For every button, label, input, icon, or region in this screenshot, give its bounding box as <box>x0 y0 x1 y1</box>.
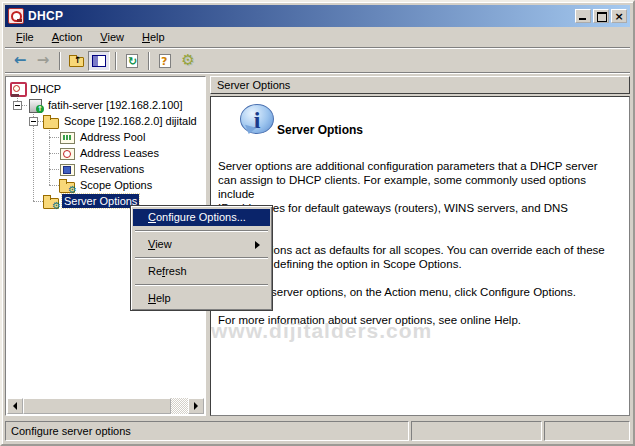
results-pane-content: Server Options Server options are additi… <box>210 96 630 416</box>
menu-item-refresh[interactable]: Refresh <box>133 263 270 280</box>
forward-icon[interactable]: → <box>32 51 54 71</box>
options-folder-icon: ⚙ <box>59 177 75 193</box>
dhcp-app-icon <box>8 8 24 24</box>
description-paragraph: To set the server options, on the Action… <box>218 285 623 299</box>
folder-icon <box>43 113 59 129</box>
collapse-icon[interactable] <box>13 101 22 110</box>
menu-item-view[interactable]: View <box>133 236 270 253</box>
toolbar-separator <box>59 52 61 70</box>
menu-action[interactable]: Action <box>44 28 91 46</box>
dhcp-console-window: DHCP × File Action View Help ← → ↑ ↻ ? ⚙ <box>0 0 635 446</box>
tree-item-dhcp-root[interactable]: DHCP <box>7 81 204 97</box>
info-icon <box>240 104 274 134</box>
scrollbar-track[interactable] <box>171 398 188 414</box>
tree-item-address-leases[interactable]: Address Leases <box>7 145 204 161</box>
tree-item-reservations[interactable]: Reservations <box>7 161 204 177</box>
menu-file[interactable]: File <box>8 28 42 46</box>
collapse-icon[interactable] <box>29 117 38 126</box>
menu-item-help[interactable]: Help <box>133 290 270 307</box>
minimize-icon[interactable] <box>575 9 591 23</box>
scrollbar-thumb[interactable] <box>23 398 171 414</box>
menu-item-configure-options[interactable]: Configure Options... <box>133 209 270 226</box>
status-text: Configure server options <box>5 421 409 441</box>
results-pane-header: Server Options <box>210 76 630 94</box>
menu-view[interactable]: View <box>92 28 132 46</box>
horizontal-scrollbar[interactable] <box>7 398 204 414</box>
main-area: DHCP fatih-server [192.168.2.100] Scope … <box>5 74 630 416</box>
toolbar: ← → ↑ ↻ ? ⚙ <box>5 49 630 73</box>
tree-item-scope-options[interactable]: ⚙ Scope Options <box>7 177 204 193</box>
results-pane: Server Options Server Options Server opt… <box>210 76 630 416</box>
server-options-heading: Server Options <box>277 123 363 137</box>
description-paragraph: Server options act as defaults for all s… <box>218 243 623 271</box>
title-bar[interactable]: DHCP × <box>5 5 630 27</box>
server-options-description: Server options are additional configurat… <box>218 159 623 341</box>
dhcp-root-icon <box>9 81 25 97</box>
menu-separator <box>135 257 268 259</box>
scroll-right-icon[interactable] <box>188 398 204 414</box>
options-folder-icon: ⚙ <box>43 193 59 209</box>
close-icon[interactable]: × <box>611 9 627 23</box>
toolbar-separator <box>115 52 117 70</box>
maximize-icon[interactable] <box>593 9 609 23</box>
menu-separator <box>135 284 268 286</box>
watermark: www.dijitalders.com <box>211 319 432 343</box>
status-bar: Configure server options <box>5 419 630 441</box>
refresh-icon[interactable]: ↻ <box>121 51 143 71</box>
tree-item-server[interactable]: fatih-server [192.168.2.100] <box>7 97 204 113</box>
address-pool-icon <box>59 129 75 145</box>
window-title: DHCP <box>28 9 573 23</box>
tree-item-address-pool[interactable]: Address Pool <box>7 129 204 145</box>
status-panel <box>544 421 630 441</box>
tree-item-scope[interactable]: Scope [192.168.2.0] dijitald <box>7 113 204 129</box>
show-hide-console-tree-icon[interactable] <box>88 51 110 71</box>
submenu-arrow-icon <box>255 241 264 249</box>
selected-tree-label: Server Options <box>62 194 139 208</box>
server-icon <box>27 97 43 113</box>
menu-separator <box>135 230 268 232</box>
export-list-icon[interactable]: ⚙ <box>177 51 199 71</box>
up-one-level-icon[interactable]: ↑ <box>65 51 87 71</box>
back-icon[interactable]: ← <box>9 51 31 71</box>
help-icon[interactable]: ? <box>154 51 176 71</box>
status-panel <box>411 421 542 441</box>
description-paragraph: Server options are additional configurat… <box>218 159 623 229</box>
menu-help[interactable]: Help <box>134 28 173 46</box>
context-menu: Configure Options... View Refresh Help <box>130 205 273 311</box>
menu-bar: File Action View Help <box>5 27 630 48</box>
scroll-left-icon[interactable] <box>7 398 23 414</box>
reservations-icon <box>59 161 75 177</box>
address-leases-icon <box>59 145 75 161</box>
toolbar-separator <box>148 52 150 70</box>
